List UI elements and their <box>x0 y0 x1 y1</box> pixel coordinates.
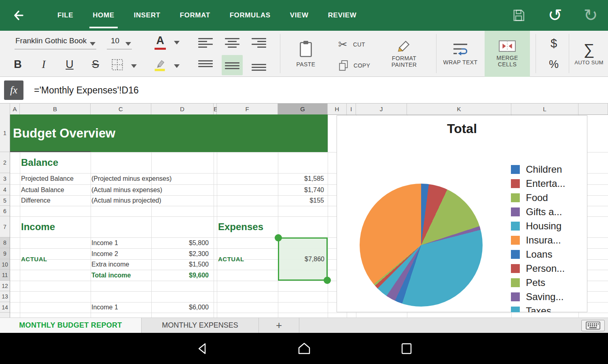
pie-chart-object[interactable]: Total ChildrenEnterta...FoodGifts a...Ho… <box>337 115 587 312</box>
underline-button[interactable]: U <box>60 55 79 74</box>
merge-cells-button[interactable]: MERGE CELLS <box>485 31 530 77</box>
tab-insert[interactable]: INSERT <box>124 0 170 31</box>
cell-b9[interactable]: ACTUAL <box>21 237 47 281</box>
cell-b2[interactable]: Balance <box>21 152 58 173</box>
selected-cell-g9[interactable]: $7,860 <box>278 237 328 281</box>
tab-format[interactable]: FORMAT <box>170 0 220 31</box>
cell-c9[interactable]: Income 2 <box>91 248 118 259</box>
column-header-j[interactable]: J <box>356 104 407 114</box>
font-name-combo[interactable]: Franklin Gothic Book <box>15 34 96 49</box>
sheet-tab-monthly-budget-report[interactable]: MONTHLY BUDGET REPORT <box>0 318 142 333</box>
cell-f7[interactable]: Expenses <box>218 216 263 237</box>
undo-button[interactable]: ↺ <box>545 6 565 25</box>
cell-c14[interactable]: Income 1 <box>91 302 118 313</box>
tab-view[interactable]: VIEW <box>280 0 318 31</box>
font-size-combo[interactable]: 10 <box>107 34 132 49</box>
cell-b4[interactable]: Actual Balance <box>21 184 64 195</box>
borders-dropdown[interactable] <box>129 61 139 71</box>
row-header-3[interactable]: 3 <box>0 173 10 184</box>
align-center-button[interactable] <box>223 35 241 51</box>
select-all-corner[interactable] <box>0 104 10 114</box>
show-keyboard-button[interactable] <box>581 320 605 331</box>
android-home-button[interactable] <box>297 342 311 356</box>
back-button[interactable] <box>8 6 28 25</box>
column-header-c[interactable]: C <box>91 104 151 114</box>
vertical-align-top-button[interactable] <box>197 57 214 74</box>
wrap-text-button[interactable]: WRAP TEXT <box>440 31 481 77</box>
selection-handle-top-left[interactable] <box>275 234 282 241</box>
cell-g5[interactable]: $155 <box>279 195 326 206</box>
android-back-button[interactable] <box>195 342 209 356</box>
tab-file[interactable]: FILE <box>48 0 83 31</box>
row-header-10[interactable]: 10 <box>0 259 10 270</box>
cell-c11[interactable]: Total income <box>91 270 131 281</box>
row-header-5[interactable]: 5 <box>0 195 10 206</box>
paste-button[interactable]: PASTE <box>285 31 327 77</box>
save-button[interactable] <box>509 6 528 25</box>
column-header-a[interactable]: A <box>10 104 20 114</box>
font-color-button[interactable]: A <box>150 32 170 52</box>
align-left-button[interactable] <box>197 35 214 51</box>
copy-button[interactable]: COPY <box>338 57 387 74</box>
row-header-2[interactable]: 2 <box>0 152 10 173</box>
cell-g3[interactable]: $1,585 <box>279 173 326 184</box>
tab-formulas[interactable]: FORMULAS <box>220 0 280 31</box>
column-header-k[interactable]: K <box>407 104 511 114</box>
cell-g4[interactable]: $1,740 <box>279 184 326 195</box>
row-header-4[interactable]: 4 <box>0 184 10 195</box>
column-header-h[interactable]: H <box>328 104 347 114</box>
highlight-button[interactable] <box>150 56 169 74</box>
column-header-e[interactable]: E <box>214 104 217 114</box>
cell-b5[interactable]: Difference <box>21 195 51 206</box>
cut-button[interactable]: ✂ CUT <box>338 36 383 53</box>
column-header-d[interactable]: D <box>151 104 214 114</box>
cell-d11[interactable]: $9,600 <box>151 270 211 281</box>
row-header-7[interactable]: 7 <box>0 216 10 237</box>
highlight-dropdown[interactable] <box>172 61 182 71</box>
column-header-b[interactable]: B <box>20 104 91 114</box>
cell-d14[interactable]: $6,000 <box>151 302 211 313</box>
redo-button[interactable]: ↻ <box>581 6 600 25</box>
android-recents-button[interactable] <box>400 342 413 356</box>
row-header-11[interactable]: 11 <box>0 270 10 281</box>
cell-b3[interactable]: Projected Balance <box>21 173 74 184</box>
row-header-6[interactable]: 6 <box>0 206 10 216</box>
add-sheet-button[interactable]: + <box>259 318 299 333</box>
cell-d10[interactable]: $1,500 <box>151 259 211 270</box>
cell-d9[interactable]: $2,300 <box>151 248 211 259</box>
autosum-button[interactable]: ∑ AUTO SUM <box>571 31 607 77</box>
column-header-i[interactable]: I <box>347 104 356 114</box>
cell-d8[interactable]: $5,800 <box>151 237 211 248</box>
font-color-dropdown[interactable] <box>172 37 182 48</box>
strikethrough-button[interactable]: S <box>86 55 105 74</box>
cell-c10[interactable]: Extra income <box>91 259 129 270</box>
row-header-13[interactable]: 13 <box>0 291 10 302</box>
cell-c3[interactable]: (Projected minus expenses) <box>91 173 172 184</box>
tab-home[interactable]: HOME <box>83 0 124 31</box>
column-header-f[interactable]: F <box>217 104 278 114</box>
row-header-14[interactable]: 14 <box>0 302 10 313</box>
row-header-9[interactable]: 9 <box>0 248 10 259</box>
tab-review[interactable]: REVIEW <box>318 0 366 31</box>
cell-c8[interactable]: Income 1 <box>91 237 118 248</box>
row-header-12[interactable]: 12 <box>0 281 10 291</box>
cell-b7[interactable]: Income <box>21 216 55 237</box>
italic-button[interactable]: I <box>34 55 53 74</box>
formula-input[interactable]: ='Monthly Expenses'!D16 <box>34 77 139 104</box>
vertical-align-middle-button[interactable] <box>223 57 241 74</box>
cell-c4[interactable]: (Actual minus expenses) <box>91 184 162 195</box>
currency-format-button[interactable]: $ <box>543 34 565 53</box>
align-right-button[interactable] <box>250 35 268 51</box>
borders-button[interactable] <box>109 57 125 73</box>
cell-c5[interactable]: (Actual minus projected) <box>91 195 161 206</box>
cell-banner-budget-overview[interactable]: Budget Overview <box>10 114 328 152</box>
row-header-1[interactable]: 1 <box>0 114 10 152</box>
sheet-tab-monthly-expenses[interactable]: MONTHLY EXPENSES <box>142 318 259 333</box>
column-header-l[interactable]: L <box>511 104 578 114</box>
column-header-g[interactable]: G <box>278 104 328 114</box>
bold-button[interactable]: B <box>8 55 28 74</box>
format-painter-button[interactable]: FORMAT PAINTER <box>383 31 426 77</box>
selection-handle-bottom-right[interactable] <box>324 277 331 284</box>
vertical-align-bottom-button[interactable] <box>250 57 268 74</box>
cell-f9[interactable]: ACTUAL <box>218 237 244 281</box>
